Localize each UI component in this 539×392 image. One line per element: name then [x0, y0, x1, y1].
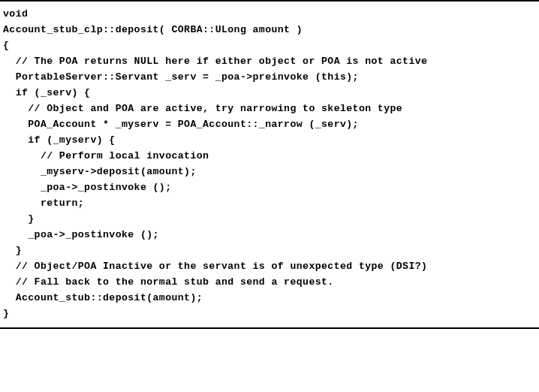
code-line: // Object/POA Inactive or the servant is… — [3, 258, 536, 274]
code-line: { — [3, 38, 536, 53]
code-line: } — [3, 211, 536, 227]
code-line: // Perform local invocation — [3, 148, 536, 164]
code-line: return; — [3, 195, 536, 211]
code-line: // Object and POA are active, try narrow… — [3, 101, 536, 116]
code-listing: voidAccount_stub_clp::deposit( CORBA::UL… — [3, 6, 536, 321]
code-line: if (_serv) { — [3, 85, 536, 101]
code-line: _poa->_postinvoke (); — [3, 227, 536, 243]
code-line: } — [3, 306, 536, 321]
code-line: POA_Account * _myserv = POA_Account::_na… — [3, 116, 536, 132]
code-line: Account_stub_clp::deposit( CORBA::ULong … — [3, 22, 536, 38]
code-line: void — [3, 6, 536, 22]
code-listing-frame: voidAccount_stub_clp::deposit( CORBA::UL… — [0, 0, 539, 329]
code-line: _myserv->deposit(amount); — [3, 164, 536, 179]
code-line: Account_stub::deposit(amount); — [3, 290, 536, 306]
code-line: PortableServer::Servant _serv = _poa->pr… — [3, 69, 536, 85]
code-line: // Fall back to the normal stub and send… — [3, 274, 536, 290]
code-line: _poa->_postinvoke (); — [3, 179, 536, 195]
code-line: // The POA returns NULL here if either o… — [3, 53, 536, 69]
code-line: if (_myserv) { — [3, 132, 536, 148]
code-line: } — [3, 243, 536, 258]
